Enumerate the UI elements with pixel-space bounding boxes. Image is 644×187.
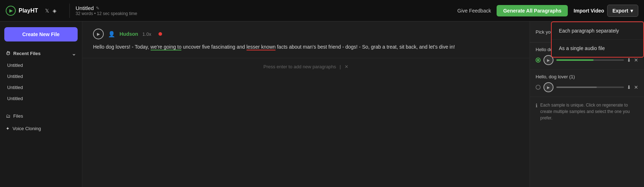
- close-icon-1[interactable]: ✕: [634, 57, 638, 63]
- main-body: Create New File ⏱ Recent Files ⌄ Untitle…: [0, 21, 644, 187]
- recent-file-item-2[interactable]: Untitled: [4, 71, 78, 82]
- audio-2-fill: [556, 87, 597, 88]
- file-title-row: Untitled ✎: [75, 5, 137, 11]
- top-nav: ▶ PlayHT 𝕏 ◈ Untitled ✎ 32 words • 12 se…: [0, 0, 644, 21]
- close-icon-2[interactable]: ✕: [634, 84, 638, 90]
- export-label: Export: [613, 8, 628, 14]
- text-part-2: we're going to: [151, 44, 182, 50]
- chevron-down-icon: ▾: [630, 8, 633, 14]
- audio-2-play[interactable]: ▶: [543, 82, 553, 92]
- generate-all-button[interactable]: Generate All Paragraphs: [497, 5, 568, 16]
- brand-name: PlayHT: [19, 8, 38, 14]
- info-icon: ℹ: [536, 103, 537, 121]
- audio-2-progress: [556, 87, 624, 88]
- export-single-audio[interactable]: As a single audio file: [552, 40, 643, 57]
- feedback-button[interactable]: Give Feedback: [457, 8, 491, 14]
- paragraph-block: ▶ 👤 Hudson 1.0x Hello dog lovers! - Toda…: [82, 21, 530, 58]
- import-video-button[interactable]: Import Video: [574, 8, 604, 14]
- close-add-para-icon[interactable]: ✕: [345, 64, 348, 69]
- text-part-1: Hello dog lovers! - Today,: [93, 44, 151, 50]
- recent-file-item-3[interactable]: Untitled: [4, 82, 78, 93]
- sidebar: Create New File ⏱ Recent Files ⌄ Untitle…: [0, 21, 82, 187]
- file-info: Untitled ✎ 32 words • 12 sec speaking ti…: [75, 5, 137, 16]
- voice-cloning-icon: ✦: [6, 126, 10, 131]
- brand: ▶ PlayHT: [6, 6, 38, 16]
- audio-2-title: Hello, dog lover (1): [536, 74, 638, 79]
- recent-file-item-4[interactable]: Untitled: [4, 93, 78, 104]
- voice-cloning-nav-item[interactable]: ✦ Voice Cloning: [0, 122, 82, 135]
- social-icons: 𝕏 ◈: [45, 8, 57, 14]
- audio-2-radio[interactable]: [536, 85, 541, 90]
- create-new-file-button[interactable]: Create New File: [4, 27, 78, 41]
- recent-files-section: ⏱ Recent Files ⌄ Untitled Untitled Untit…: [0, 47, 82, 104]
- file-meta: 32 words • 12 sec speaking time: [75, 11, 137, 16]
- voice-speed: 1.0x: [142, 31, 151, 37]
- add-paragraph-bar: Press enter to add new paragraphs | ✕: [82, 58, 530, 75]
- download-icon-2[interactable]: ⬇: [627, 84, 631, 90]
- audio-1-progress: [556, 59, 624, 61]
- export-button[interactable]: Export ▾: [607, 5, 638, 17]
- paragraph-text[interactable]: Hello dog lovers! - Today, we're going t…: [93, 43, 519, 51]
- text-part-3: uncover five fascinating and: [181, 44, 246, 50]
- clock-icon: ⏱: [6, 51, 10, 56]
- twitter-icon[interactable]: 𝕏: [45, 8, 49, 14]
- nav-divider: [69, 4, 70, 18]
- add-para-separator: |: [340, 64, 341, 69]
- audio-2-controls: ▶ ⬇ ✕: [536, 82, 638, 92]
- recent-files-header[interactable]: ⏱ Recent Files ⌄: [4, 47, 78, 60]
- brand-logo: ▶: [6, 6, 16, 16]
- add-para-hint: Press enter to add new paragraphs: [263, 64, 336, 69]
- info-box: ℹ Each sample is unique. Click on regene…: [530, 97, 644, 126]
- files-nav-label: Files: [13, 113, 23, 119]
- recent-files-title: ⏱ Recent Files: [6, 51, 41, 56]
- voice-cloning-label: Voice Cloning: [13, 126, 41, 131]
- recent-file-item-1[interactable]: Untitled: [4, 60, 78, 71]
- download-icon-1[interactable]: ⬇: [627, 57, 631, 63]
- chevron-icon: ⌄: [72, 50, 76, 57]
- text-part-5: facts about man's best friend - dogs! - …: [275, 44, 455, 50]
- audio-item-2: Hello, dog lover (1) ▶ ⬇ ✕: [530, 70, 644, 97]
- export-each-paragraph[interactable]: Each paragraph separately: [552, 22, 643, 40]
- discord-icon[interactable]: ◈: [53, 8, 57, 14]
- audio-1-radio[interactable]: [536, 58, 541, 63]
- files-icon: 🗂: [6, 113, 10, 119]
- files-nav-item[interactable]: 🗂 Files: [0, 110, 82, 122]
- export-dropdown: Each paragraph separately As a single au…: [551, 21, 644, 58]
- editor-area: ▶ 👤 Hudson 1.0x Hello dog lovers! - Toda…: [82, 21, 530, 187]
- file-title: Untitled: [75, 5, 94, 11]
- edit-icon[interactable]: ✎: [96, 6, 99, 11]
- voice-bar: ▶ 👤 Hudson 1.0x: [93, 29, 519, 39]
- audio-1-fill: [556, 59, 594, 61]
- voice-name: Hudson: [119, 31, 138, 37]
- record-dot: [158, 32, 162, 36]
- voice-avatar-icon: 👤: [108, 31, 115, 38]
- info-text: Each sample is unique. Click on regenera…: [540, 102, 638, 121]
- text-part-4: lesser known: [247, 44, 276, 50]
- play-button-editor[interactable]: ▶: [93, 29, 104, 39]
